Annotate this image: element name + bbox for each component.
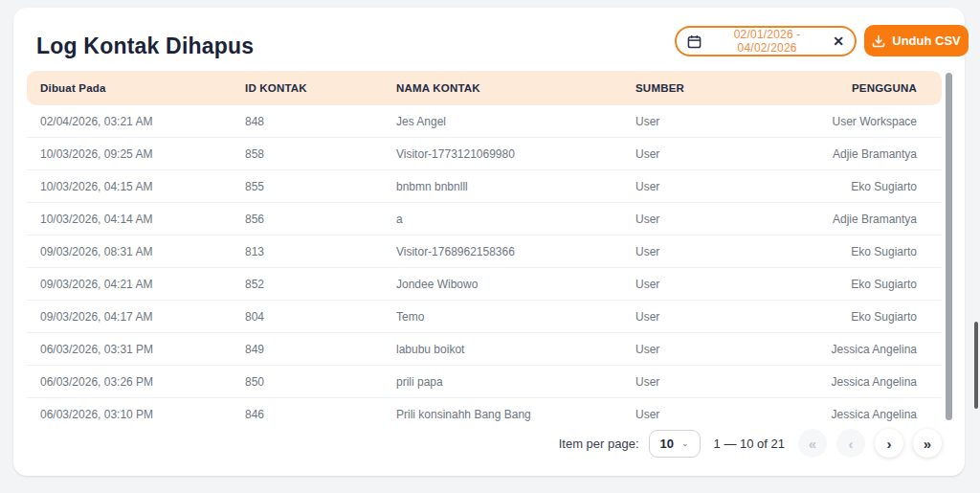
next-page-icon: ›	[887, 436, 892, 452]
cell-user: Eko Sugiarto	[827, 310, 942, 324]
cell-source: User	[635, 375, 827, 389]
table-row: 10/03/2026, 04:15 AM 855 bnbmn bnbnlll U…	[27, 170, 942, 203]
cell-name: Temo	[396, 310, 635, 324]
cell-created: 09/03/2026, 04:17 AM	[27, 310, 245, 324]
table-row: 02/04/2026, 03:21 AM 848 Jes Angel User …	[27, 105, 942, 138]
col-header-created: Dibuat Pada	[27, 82, 245, 94]
first-page-icon: «	[809, 436, 816, 452]
cell-source: User	[635, 278, 827, 291]
pagination-range-text: 1 — 10 of 21	[714, 437, 785, 451]
calendar-icon	[687, 34, 702, 49]
clear-date-icon[interactable]: ✕	[833, 34, 844, 48]
cell-id: 813	[245, 245, 396, 258]
cell-name: Jondee Wibowo	[396, 278, 635, 291]
cell-id: 858	[245, 147, 396, 161]
date-range-value: 02/01/2026 - 04/02/2026	[707, 28, 827, 55]
cell-user: Eko Sugiarto	[827, 278, 942, 291]
cell-user: Jessica Angelina	[827, 375, 942, 389]
cell-source: User	[635, 245, 827, 258]
cell-source: User	[635, 180, 827, 193]
cell-user: Jessica Angelina	[827, 408, 942, 421]
download-csv-button[interactable]: Unduh CSV	[864, 25, 969, 56]
table-row: 10/03/2026, 09:25 AM 858 Visitor-1773121…	[27, 138, 942, 170]
cell-created: 10/03/2026, 04:15 AM	[27, 180, 245, 193]
items-per-page-value: 10	[660, 437, 674, 451]
cell-name: Visitor-1768962158366	[396, 245, 635, 258]
cell-source: User	[635, 343, 827, 356]
table-row: 06/03/2026, 03:10 PM 846 Prili konsinahh…	[27, 398, 942, 422]
prev-page-icon: ‹	[849, 436, 854, 452]
cell-source: User	[635, 213, 827, 226]
cell-name: a	[396, 213, 635, 226]
cell-name: Visitor-1773121069980	[396, 147, 635, 161]
cell-created: 02/04/2026, 03:21 AM	[27, 115, 245, 128]
cell-name: bnbmn bnbnlll	[396, 180, 635, 193]
table-row: 06/03/2026, 03:26 PM 850 prili papa User…	[27, 366, 942, 398]
cell-created: 10/03/2026, 09:25 AM	[27, 147, 245, 161]
table-row: 09/03/2026, 04:21 AM 852 Jondee Wibowo U…	[27, 268, 942, 301]
page-scrollbar[interactable]	[974, 322, 978, 409]
col-header-id: ID KONTAK	[245, 82, 396, 94]
cell-user: Eko Sugiarto	[827, 245, 942, 258]
cell-id: 855	[245, 180, 396, 193]
cell-source: User	[635, 147, 827, 161]
pagination-bar: Item per page: 10 ⌄ 1 — 10 of 21 « ‹ › »	[559, 426, 955, 460]
chevron-down-icon: ⌄	[681, 438, 689, 448]
cell-name: Jes Angel	[396, 115, 635, 128]
cell-source: User	[635, 310, 827, 324]
prev-page-button[interactable]: ‹	[836, 429, 865, 458]
cell-source: User	[635, 115, 827, 128]
cell-user: Jessica Angelina	[827, 343, 942, 356]
download-csv-label: Unduh CSV	[892, 34, 961, 48]
cell-id: 852	[245, 278, 396, 291]
date-range-picker[interactable]: 02/01/2026 - 04/02/2026 ✕	[675, 26, 857, 56]
cell-source: User	[635, 408, 827, 421]
col-header-name: NAMA KONTAK	[396, 82, 635, 94]
table-row: 09/03/2026, 04:17 AM 804 Temo User Eko S…	[27, 301, 942, 333]
items-per-page-select[interactable]: 10 ⌄	[649, 430, 701, 458]
cell-id: 850	[245, 375, 396, 389]
col-header-user: PENGGUNA	[827, 82, 942, 94]
cell-name: Prili konsinahh Bang Bang	[396, 408, 635, 421]
cell-created: 09/03/2026, 08:31 AM	[27, 245, 245, 258]
page-title: Log Kontak Dihapus	[36, 34, 254, 59]
cell-id: 804	[245, 310, 396, 324]
table-scrollbar[interactable]	[946, 73, 952, 420]
cell-created: 09/03/2026, 04:21 AM	[27, 278, 245, 291]
cell-id: 846	[245, 408, 396, 421]
cell-created: 06/03/2026, 03:26 PM	[27, 375, 245, 389]
last-page-button[interactable]: »	[913, 429, 942, 458]
table-row: 09/03/2026, 08:31 AM 813 Visitor-1768962…	[27, 235, 942, 268]
cell-id: 849	[245, 343, 396, 356]
cell-created: 06/03/2026, 03:31 PM	[27, 343, 245, 356]
last-page-icon: »	[924, 436, 931, 452]
log-card: Log Kontak Dihapus 02/01/2026 - 04/02/20…	[13, 8, 965, 476]
cell-created: 10/03/2026, 04:14 AM	[27, 213, 245, 226]
col-header-source: SUMBER	[635, 82, 827, 94]
table-body: 02/04/2026, 03:21 AM 848 Jes Angel User …	[27, 105, 942, 422]
cell-created: 06/03/2026, 03:10 PM	[27, 408, 245, 421]
table-row: 10/03/2026, 04:14 AM 856 a User Adjie Br…	[27, 203, 942, 235]
cell-name: labubu boikot	[396, 343, 635, 356]
download-icon	[872, 34, 885, 48]
cell-name: prili papa	[396, 375, 635, 389]
items-per-page-label: Item per page:	[559, 437, 639, 451]
cell-id: 848	[245, 115, 396, 128]
cell-user: User Workspace	[827, 115, 942, 128]
cell-id: 856	[245, 213, 396, 226]
cell-user: Eko Sugiarto	[827, 180, 942, 193]
next-page-button[interactable]: ›	[875, 429, 903, 458]
table-header-row: Dibuat Pada ID KONTAK NAMA KONTAK SUMBER…	[27, 71, 942, 105]
table-row: 06/03/2026, 03:31 PM 849 labubu boikot U…	[27, 333, 942, 366]
first-page-button[interactable]: «	[798, 429, 827, 458]
cell-user: Adjie Bramantya	[827, 213, 942, 226]
cell-user: Adjie Bramantya	[827, 147, 942, 161]
